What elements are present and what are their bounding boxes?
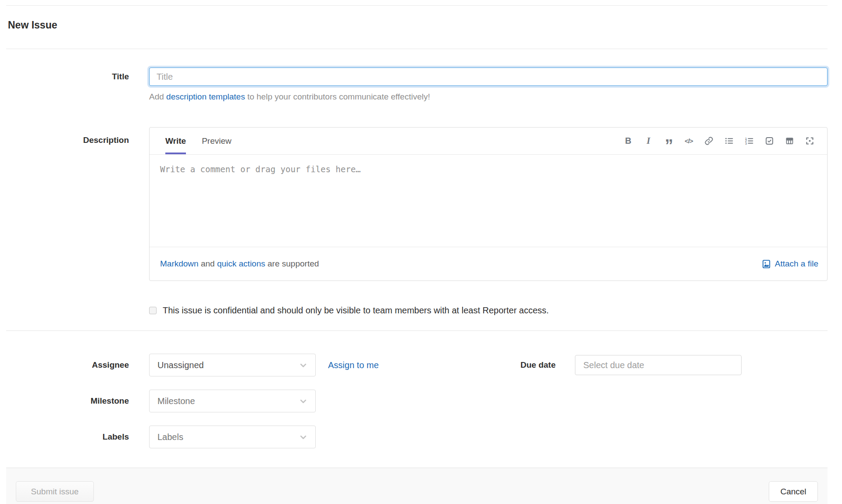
chevron-down-icon	[299, 361, 307, 369]
task-list-icon[interactable]	[761, 133, 778, 149]
milestone-row: Milestone Milestone	[6, 390, 828, 412]
attach-image-icon	[761, 259, 771, 269]
link-icon[interactable]	[700, 133, 717, 149]
svg-text:3: 3	[745, 142, 747, 146]
confidential-label: This issue is confidential and should on…	[163, 305, 549, 316]
description-label: Description	[6, 127, 129, 145]
tab-write[interactable]: Write	[165, 128, 186, 154]
description-row: Description Write Preview B I ” </>	[6, 127, 828, 281]
milestone-dropdown[interactable]: Milestone	[149, 390, 316, 412]
milestone-label: Milestone	[6, 396, 129, 406]
assignee-row: Assignee Unassigned Assign to me Due dat…	[6, 354, 828, 376]
confidential-row: This issue is confidential and should on…	[6, 305, 828, 316]
submit-issue-button[interactable]: Submit issue	[16, 481, 94, 502]
code-icon[interactable]: </>	[680, 133, 697, 149]
attach-file-button[interactable]: Attach a file	[761, 259, 818, 269]
labels-row: Labels Labels	[6, 426, 828, 448]
markdown-link[interactable]: Markdown	[160, 259, 199, 268]
editor-toolbar: B I ” </>	[620, 128, 818, 154]
tab-preview[interactable]: Preview	[202, 128, 232, 154]
metadata-section: Assignee Unassigned Assign to me Due dat…	[6, 354, 828, 448]
action-bar: Submit issue Cancel	[6, 468, 828, 504]
labels-label: Labels	[6, 432, 129, 442]
section-divider	[6, 330, 828, 331]
assignee-dropdown[interactable]: Unassigned	[149, 354, 316, 376]
editor-header: Write Preview B I ” </>	[150, 128, 827, 155]
page-title: New Issue	[8, 19, 826, 31]
quick-actions-link[interactable]: quick actions	[217, 259, 265, 268]
title-help-text: Add description templates to help your c…	[149, 92, 828, 102]
due-date-label: Due date	[521, 360, 556, 370]
description-textarea[interactable]: Write a comment or drag your files here…	[150, 155, 827, 247]
markdown-support-text: Markdown and quick actions are supported	[160, 259, 319, 269]
title-label: Title	[6, 72, 129, 82]
description-placeholder: Write a comment or drag your files here…	[160, 164, 817, 174]
italic-icon[interactable]: I	[640, 133, 657, 149]
editor-tabs: Write Preview	[165, 128, 232, 154]
bold-icon[interactable]: B	[620, 133, 637, 149]
chevron-down-icon	[299, 397, 307, 405]
labels-dropdown[interactable]: Labels	[149, 426, 316, 448]
numbered-list-icon[interactable]: 123	[741, 133, 758, 149]
fullscreen-icon[interactable]	[801, 133, 818, 149]
assignee-label: Assignee	[6, 360, 129, 370]
assign-to-me-link[interactable]: Assign to me	[328, 360, 379, 370]
bulleted-list-icon[interactable]	[721, 133, 738, 149]
new-issue-page: New Issue Title Add description template…	[6, 5, 828, 504]
page-header: New Issue	[6, 6, 828, 49]
markdown-editor: Write Preview B I ” </>	[149, 127, 828, 281]
chevron-down-icon	[299, 433, 307, 441]
quote-icon[interactable]: ”	[660, 133, 677, 149]
cancel-button[interactable]: Cancel	[769, 481, 818, 502]
editor-footer: Markdown and quick actions are supported…	[150, 247, 827, 280]
description-templates-link[interactable]: description templates	[166, 92, 245, 101]
title-input[interactable]	[149, 67, 828, 86]
confidential-checkbox[interactable]	[149, 307, 157, 314]
due-date-input[interactable]	[575, 355, 742, 375]
table-icon[interactable]	[781, 133, 798, 149]
title-row: Title	[6, 67, 828, 86]
due-date-group: Due date	[521, 355, 742, 375]
